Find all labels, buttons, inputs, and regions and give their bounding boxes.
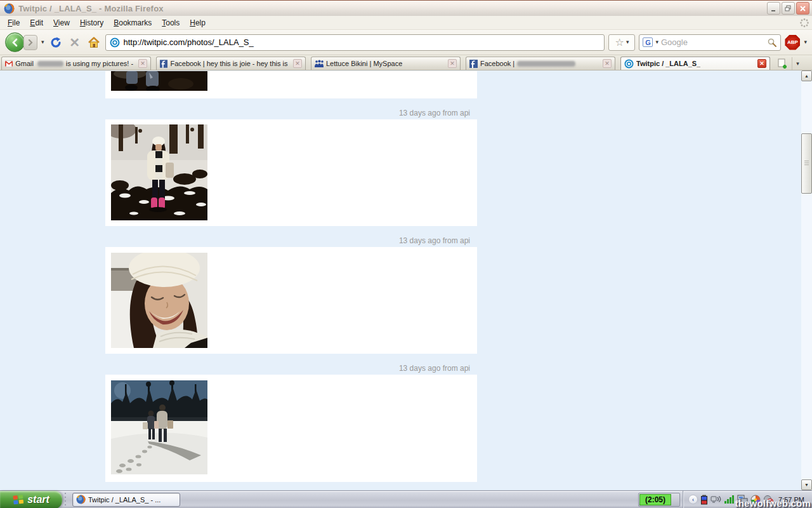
photo-card (105, 119, 477, 226)
photo-thumbnail[interactable] (111, 71, 207, 91)
firefox-icon (4, 3, 15, 14)
task-button-label: Twitpic / _LALA_S_ - ... (88, 496, 160, 504)
twitpic-favicon (110, 37, 120, 48)
tab-label: Gmail - (15, 60, 35, 67)
navigation-toolbar: ▾ ✕ http://twitpic.com/photos/_LALA_S_ ☆… (0, 30, 812, 55)
browser-viewport: 13 days ago from api (0, 70, 812, 490)
stop-button[interactable]: ✕ (67, 35, 82, 50)
bookmark-control[interactable]: ☆ ▾ (608, 34, 635, 51)
bookmark-caret-icon: ▾ (626, 39, 629, 45)
facebook-favicon (469, 60, 478, 68)
minimize-button[interactable] (767, 2, 780, 15)
bookmark-star-icon: ☆ (615, 37, 624, 48)
menu-view[interactable]: View (48, 17, 75, 29)
home-icon (88, 36, 100, 49)
myspace-favicon (315, 60, 324, 67)
stop-icon: ✕ (69, 35, 80, 50)
forward-button[interactable] (23, 35, 37, 50)
tab-label: Facebook | (480, 60, 514, 67)
timer-value: (2:05) (639, 494, 671, 505)
menu-history[interactable]: History (75, 17, 108, 29)
scrollbar-thumb[interactable] (801, 133, 812, 194)
facebook-favicon (160, 60, 167, 68)
photo-card (105, 71, 477, 98)
redacted-text (517, 61, 575, 67)
photo-thumbnail[interactable] (111, 380, 207, 474)
firefox-icon (76, 495, 86, 504)
signal-strength-tray-icon[interactable] (724, 495, 735, 504)
search-box[interactable]: G ▾ Google (639, 34, 781, 51)
tab-close-icon[interactable]: ✕ (603, 59, 612, 68)
tab-twitpic-active[interactable]: Twitpic / _LALA_S_ ✕ (620, 57, 770, 70)
adblock-plus-icon[interactable]: ABP (785, 35, 800, 50)
tab-gmail[interactable]: Gmail - is using my pictures! - j... ✕ (1, 57, 151, 70)
tab-close-icon[interactable]: ✕ (138, 59, 147, 68)
tab-facebook-1[interactable]: Facebook | hey this is joie - hey this i… (156, 57, 306, 70)
timer-tray-button[interactable]: (2:05) (638, 493, 680, 507)
menu-tools[interactable]: Tools (157, 17, 185, 29)
tab-list-caret-icon: ▾ (796, 61, 799, 67)
photo-thumbnail[interactable] (111, 253, 207, 348)
menu-bookmarks[interactable]: Bookmarks (108, 17, 157, 29)
menu-help[interactable]: Help (185, 17, 211, 29)
close-icon (799, 5, 806, 12)
taskbar-separator (63, 493, 67, 507)
back-button[interactable] (5, 32, 25, 52)
reload-icon (49, 36, 62, 49)
timestamp: 13 days ago from api (105, 236, 470, 245)
new-tab-button[interactable] (775, 57, 790, 70)
scroll-down-button[interactable]: ▼ (801, 479, 812, 490)
tab-facebook-2[interactable]: Facebook | ✕ (466, 57, 615, 70)
tab-myspace[interactable]: Lettuce Bikini | MySpace ✕ (311, 57, 461, 70)
search-magnifier-icon[interactable] (767, 37, 777, 48)
back-arrow-icon (11, 38, 20, 47)
vertical-scrollbar[interactable]: ▲ ▼ (801, 70, 812, 490)
adblock-label: ABP (787, 39, 798, 45)
tab-close-icon[interactable]: ✕ (448, 59, 457, 68)
window-titlebar: Twitpic / _LALA_S_ - Mozilla Firefox (0, 0, 812, 16)
start-label: start (27, 494, 49, 505)
tab-close-icon[interactable]: ✕ (293, 59, 302, 68)
tab-label: Twitpic / _LALA_S_ (636, 60, 700, 67)
url-text: http://twitpic.com/photos/_LALA_S_ (124, 37, 254, 47)
menu-edit[interactable]: Edit (25, 17, 48, 29)
photo-thumbnail[interactable] (111, 124, 207, 220)
search-engine-caret-icon[interactable]: ▾ (655, 39, 658, 45)
tab-list-dropdown[interactable]: ▾ (792, 57, 803, 70)
scroll-up-button[interactable]: ▲ (801, 70, 812, 81)
tab-label: Facebook | hey this is joie - hey this i… (170, 60, 288, 67)
restore-button[interactable] (782, 2, 795, 15)
history-dropdown-caret-icon[interactable]: ▾ (41, 39, 44, 45)
url-bar[interactable]: http://twitpic.com/photos/_LALA_S_ (105, 34, 605, 51)
twitpic-favicon (624, 59, 634, 69)
photo-card (105, 247, 477, 354)
windows-logo-icon (13, 494, 24, 505)
adblock-caret-icon[interactable]: ▾ (804, 39, 807, 45)
google-logo-icon: G (643, 37, 653, 47)
throbber-icon (799, 18, 809, 28)
redacted-text (37, 61, 63, 67)
menu-file[interactable]: File (3, 17, 25, 29)
taskbar-window-button[interactable]: Twitpic / _LALA_S_ - ... (72, 493, 180, 507)
search-placeholder: Google (661, 37, 764, 47)
restore-icon (785, 5, 792, 12)
home-button[interactable] (86, 35, 102, 50)
scroll-up-icon: ▲ (804, 74, 809, 78)
taskbar: start Twitpic / _LALA_S_ - ... (2:05) ‹ (0, 490, 812, 508)
volume-tray-icon[interactable] (710, 495, 721, 504)
tab-label: is using my pictures! - j... (66, 60, 133, 67)
timestamp: 13 days ago from api (105, 364, 470, 373)
minimize-icon (770, 5, 777, 12)
gmail-favicon (5, 60, 13, 67)
tab-label: Lettuce Bikini | MySpace (326, 60, 402, 67)
hide-tray-icons-button[interactable]: ‹ (688, 495, 698, 504)
watermark-text: thewolfweb.com (735, 498, 811, 508)
reload-button[interactable] (48, 35, 63, 50)
forward-arrow-icon (27, 39, 34, 46)
close-button[interactable] (796, 2, 809, 15)
menu-bar: File Edit View History Bookmarks Tools H… (0, 16, 812, 30)
battery-tray-icon[interactable] (700, 495, 708, 505)
start-button[interactable]: start (0, 491, 62, 508)
photo-card (105, 375, 477, 482)
tab-close-icon[interactable]: ✕ (757, 59, 766, 68)
